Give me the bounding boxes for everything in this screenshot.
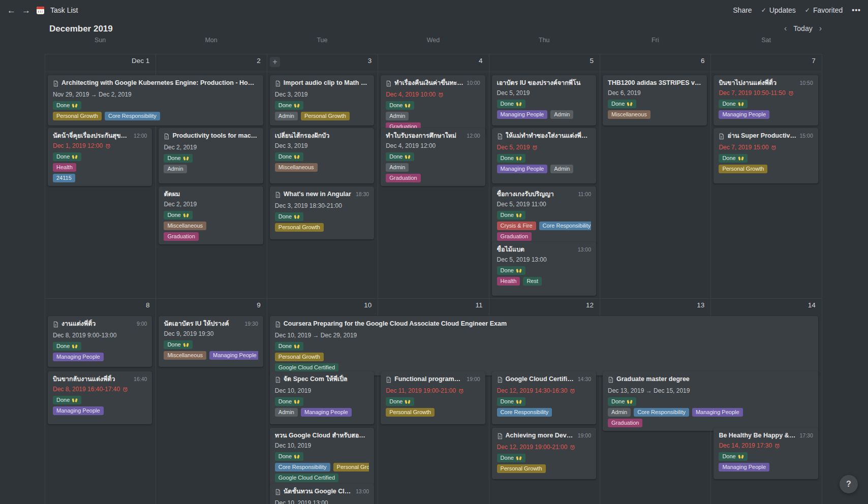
card-tag-row: Done — [275, 212, 369, 221]
event-card[interactable]: ทำเรื่องคืนเงินค่าขึ้นทะเบี...10:00Dec 4… — [381, 75, 485, 135]
card-date: Dec 3, 2019 18:30-21:00 — [275, 202, 369, 210]
tag: Managing People — [209, 351, 258, 360]
card-time-badge: 10:50 — [800, 79, 813, 87]
card-title: Be Healthy Be Happy & HNP... — [719, 431, 796, 440]
card-date-text: Dec 5, 2019 — [497, 89, 530, 98]
day-cell-number: 4 — [378, 57, 482, 65]
tag: Done — [497, 397, 525, 406]
card-title: ตัดผม — [164, 190, 258, 199]
card-date: Dec 10, 2019 → Dec 29, 2019 — [275, 331, 813, 340]
weekday-label: Sun — [45, 37, 156, 44]
event-card[interactable]: เปลี่ยนไส้กรองฝักบัวDec 3, 2019DoneMisce… — [270, 128, 374, 183]
card-title: Functional programming ... — [394, 375, 463, 384]
page-icon — [53, 321, 58, 328]
more-options-button[interactable]: ••• — [852, 6, 861, 14]
card-time-badge: 19:30 — [245, 320, 258, 328]
card-date: Dec 7, 2019 10:50-11:50 — [719, 89, 813, 98]
card-tag-row: Graduation — [386, 174, 480, 182]
event-card[interactable]: ซื้อกางเกงรับปริญญา11:00Dec 5, 2019 11:0… — [492, 186, 596, 244]
event-card[interactable]: What's new in Angular18:30Dec 3, 2019 18… — [270, 186, 374, 239]
card-time-badge: 16:40 — [134, 375, 147, 383]
tag: Rest — [523, 277, 542, 286]
card-date-text: Dec 12, 2019 14:30-16:30 — [497, 387, 568, 395]
reminder-alarm-icon — [438, 92, 444, 98]
tag: Admin — [275, 408, 298, 417]
tag: Admin — [608, 408, 631, 417]
today-nav: ‹ Today › — [771, 24, 822, 33]
raising-hands-icon — [738, 454, 744, 459]
next-month-chevron-icon[interactable]: › — [819, 24, 822, 33]
event-card[interactable]: บินขากลับงานแต่งพี่ติ้ว16:40Dec 8, 2019 … — [48, 371, 152, 424]
card-title: ซื้อกางเกงรับปริญญา — [497, 190, 575, 199]
tag: Done — [275, 452, 303, 461]
event-card[interactable]: Coursera Preparing for the Google Cloud … — [270, 316, 818, 375]
event-card[interactable]: ซื้อไม้แบด13:00Dec 5, 2019 13:00DoneHeal… — [492, 242, 596, 296]
help-button[interactable]: ? — [840, 475, 858, 493]
today-button[interactable]: Today — [793, 24, 812, 33]
updates-button[interactable]: ✓ Updates — [761, 6, 796, 14]
event-card[interactable]: THB1200 adidas 3STRIPES voucherDec 6, 20… — [603, 75, 707, 125]
page-icon — [497, 376, 503, 383]
reminder-alarm-icon — [105, 143, 111, 149]
card-date: Dec 3, 2019 — [275, 90, 369, 99]
card-tag-row: Google Cloud Certified — [275, 363, 813, 372]
card-tag-row: Graduation — [608, 419, 813, 427]
tag: Done — [275, 342, 303, 351]
card-date-text: Dec 10, 2019 13:00 — [275, 499, 328, 504]
card-tag-row: Done — [275, 397, 369, 406]
reminder-alarm-icon — [458, 388, 464, 394]
card-tag-row: AdminManaging People — [275, 408, 369, 417]
event-card[interactable]: Productivity tools for mac (Hu...Dec 2, … — [159, 128, 263, 183]
card-title: นัดชั้นทวน Google Cloud ... — [284, 487, 353, 496]
event-card[interactable]: Import audio clip to Math for ...Dec 3, … — [270, 75, 374, 125]
card-tag-row: Done — [497, 397, 591, 406]
card-title-row: นัดชั้นทวน Google Cloud ...13:00 — [275, 487, 369, 497]
event-card[interactable]: นัดน้าจี๋คุยเรื่องประกันสุขภาพ12:00Dec 1… — [48, 128, 152, 186]
event-card[interactable]: นัดชั้นทวน Google Cloud ...13:00Dec 10, … — [270, 484, 374, 504]
event-card[interactable]: Architecting with Google Kubernetes Engi… — [48, 75, 263, 125]
share-button[interactable]: Share — [733, 6, 752, 14]
favorited-button[interactable]: ✓ Favorited — [805, 6, 843, 14]
card-date: Dec 8, 2019 16:40-17:40 — [53, 385, 147, 394]
event-card[interactable]: ให้แม่ทำทำซองใส่งานแต่งพี่ติ้ว...Dec 5, … — [492, 128, 596, 183]
raising-hands-icon — [405, 399, 411, 404]
day-cell-number: 3 — [267, 57, 371, 65]
prev-month-chevron-icon[interactable]: ‹ — [784, 24, 787, 33]
card-title: จัด Spec Com ให้พี่เปิ้ล — [284, 375, 369, 384]
event-card[interactable]: Functional programming ...19:00Dec 11, 2… — [381, 371, 485, 424]
card-tag-row: Crysis & FireCore Responsibility — [497, 222, 591, 230]
event-card[interactable]: Graduate master degreeDec 13, 2019 → Dec… — [603, 371, 818, 431]
event-card[interactable]: Achieving more DevOps ...19:00Dec 12, 20… — [492, 428, 596, 479]
event-card[interactable]: อ่าน Super Productive ให้...15:00Dec 7, … — [714, 128, 818, 183]
card-date: Dec 10, 2019 — [275, 442, 369, 450]
event-card[interactable]: งานแต่งพี่ติ้ว9:00Dec 8, 2019 9:00-13:00… — [48, 316, 152, 367]
page-title[interactable]: Task List — [50, 6, 78, 14]
tag: Personal Growth — [719, 165, 767, 173]
tag: Done — [53, 396, 81, 404]
tag: Done — [164, 211, 192, 219]
card-title-row: ทวน Google Cloud สำหรับสอบ As... — [275, 431, 369, 440]
event-card[interactable]: Google Cloud Certified - ...14:30Dec 12,… — [492, 371, 596, 424]
back-arrow-icon[interactable]: ← — [7, 6, 16, 15]
tag: Done — [497, 154, 525, 163]
card-title: Architecting with Google Kubernetes Engi… — [61, 79, 258, 87]
add-event-button[interactable]: + — [270, 57, 280, 67]
forward-arrow-icon[interactable]: → — [22, 6, 30, 15]
card-title: ทำใบรับรองการศึกษาใหม่ — [386, 132, 463, 140]
card-title-row: ทำใบรับรองการศึกษาใหม่12:00 — [386, 132, 480, 140]
event-card[interactable]: ตัดผมDec 2, 2019DoneMiscellaneousGraduat… — [159, 186, 263, 244]
event-card[interactable]: จัด Spec Com ให้พี่เปิ้ลDec 10, 2019Done… — [270, 371, 374, 424]
event-card[interactable]: ทวน Google Cloud สำหรับสอบ As...Dec 10, … — [270, 428, 374, 486]
card-tag-row: AdminPersonal Growth — [275, 112, 369, 120]
event-card[interactable]: นัดเอาบัตร IU ให้ปรางค์19:30Dec 9, 2019 … — [159, 316, 263, 367]
reminder-alarm-icon — [105, 143, 111, 149]
tag: Done — [719, 154, 747, 163]
card-tag-row: Miscellaneous — [608, 110, 702, 119]
event-card[interactable]: Be Healthy Be Happy & HNP...17:30Dec 14,… — [714, 428, 818, 479]
card-time-badge: 17:30 — [800, 431, 813, 439]
event-card[interactable]: เอาบัตร IU ของปรางค์จากพี่โนDec 5, 2019D… — [492, 75, 596, 125]
event-card[interactable]: บินขาไปงานแต่งพี่ติ้ว10:50Dec 7, 2019 10… — [714, 75, 818, 125]
page-icon — [497, 376, 503, 385]
card-tag-row: Done — [164, 154, 258, 163]
event-card[interactable]: ทำใบรับรองการศึกษาใหม่12:00Dec 4, 2019 1… — [381, 128, 485, 186]
